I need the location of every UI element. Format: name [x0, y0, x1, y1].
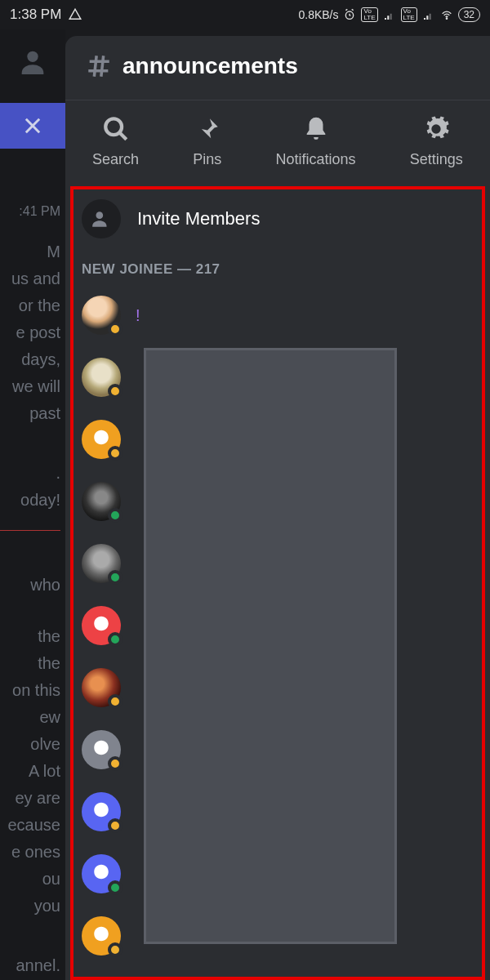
close-button[interactable] — [0, 103, 65, 149]
wifi-icon — [440, 8, 453, 21]
status-idle-icon — [108, 446, 122, 461]
battery-indicator: 32 — [458, 7, 480, 22]
volte-icon-1: VoLTE — [361, 7, 377, 22]
member-name: ! — [136, 306, 140, 325]
pins-label: Pins — [193, 151, 221, 168]
search-label: Search — [92, 151, 139, 168]
status-idle-icon — [108, 694, 122, 709]
status-bar: 1:38 PM 0.8KB/s VoLTE VoLTE 32 — [0, 0, 490, 29]
settings-label: Settings — [410, 151, 463, 168]
status-idle-icon — [108, 322, 122, 336]
triangle-icon — [68, 7, 82, 22]
user-silhouette-icon[interactable] — [16, 46, 49, 78]
notifications-label: Notifications — [276, 151, 356, 168]
status-online-icon — [108, 570, 122, 585]
status-idle-icon — [108, 818, 122, 833]
settings-action[interactable]: Settings — [410, 115, 463, 168]
network-speed: 0.8KB/s — [298, 8, 338, 21]
status-idle-icon — [108, 384, 122, 399]
pins-action[interactable]: Pins — [193, 115, 221, 168]
members-section-highlight: Invite Members NEW JOINEE — 217 ! — [70, 186, 485, 980]
invite-members-row[interactable]: Invite Members — [82, 199, 474, 238]
gear-icon — [422, 115, 450, 143]
signal-icon-1 — [383, 8, 396, 21]
status-idle-icon — [108, 942, 122, 957]
alarm-icon — [343, 8, 356, 21]
search-icon — [102, 115, 130, 143]
status-time: 1:38 PM — [10, 7, 61, 23]
search-action[interactable]: Search — [92, 115, 139, 168]
status-online-icon — [108, 880, 122, 895]
left-panel: :41 PM M us and or the e post days, we w… — [0, 29, 65, 980]
status-idle-icon — [108, 756, 122, 771]
notifications-action[interactable]: Notifications — [276, 115, 356, 168]
action-row: Search Pins Notifications Settings — [65, 100, 490, 186]
member-item[interactable]: ! — [82, 296, 474, 335]
svg-point-2 — [27, 51, 38, 62]
signal-icon-2 — [422, 8, 435, 21]
channel-panel: announcements Search Pins Notifications … — [65, 36, 490, 980]
bell-icon — [302, 115, 330, 143]
pin-icon — [194, 115, 221, 143]
status-online-icon — [108, 632, 122, 647]
hash-icon — [85, 52, 113, 80]
volte-icon-2: VoLTE — [401, 7, 417, 22]
status-online-icon — [108, 508, 122, 523]
svg-point-4 — [96, 212, 104, 219]
channel-title: announcements — [122, 53, 298, 79]
invite-label: Invite Members — [137, 208, 260, 229]
svg-point-1 — [446, 18, 447, 19]
background-message-text: :41 PM M us and or the e post days, we w… — [0, 201, 65, 979]
svg-point-3 — [105, 118, 122, 135]
invite-icon — [82, 199, 121, 238]
section-label: NEW JOINEE — 217 — [82, 261, 474, 278]
redaction-overlay — [144, 348, 397, 944]
channel-header: announcements — [65, 36, 490, 100]
